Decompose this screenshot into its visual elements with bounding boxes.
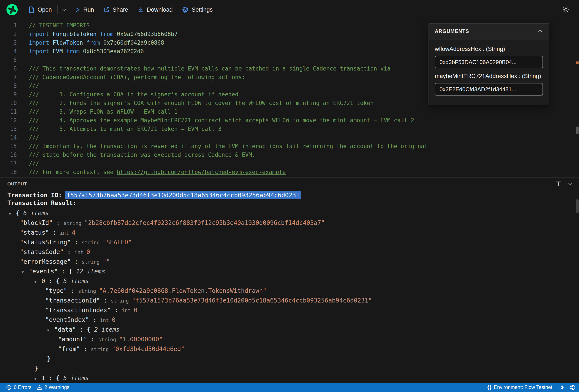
argument-label: maybeMintERC721AddressHex : (String) <box>435 72 543 80</box>
download-button[interactable]: Download <box>134 5 177 15</box>
line-number: 9 <box>0 90 17 99</box>
theme-toggle-button[interactable] <box>559 4 573 15</box>
argument-input[interactable] <box>435 56 543 68</box>
tree-segment-count: 5 items <box>63 375 89 382</box>
output-body: Transaction ID:f557a1573b76aa53e73d46f3e… <box>0 190 579 383</box>
collapse-arrow-icon[interactable]: ▼ <box>34 277 41 287</box>
settings-button[interactable]: Settings <box>178 5 217 15</box>
transaction-id-value[interactable]: f557a1573b76aa53e73d46f3e10d200d5c18a653… <box>65 191 301 199</box>
chevron-down-icon[interactable] <box>567 181 573 187</box>
code-line[interactable]: 11/// 3. Wraps FLOW as WFLOW — EVM call … <box>0 107 579 116</box>
code-text: /// <box>29 159 39 168</box>
editor-scrollbar[interactable] <box>576 19 579 177</box>
warnings-status[interactable]: 2 Warnings <box>34 385 72 390</box>
status-bar: 0 Errors 2 Warnings {} Environment: Flow… <box>0 383 579 392</box>
tree-segment-punct: } <box>34 365 38 372</box>
tree-segment-type: string <box>111 298 132 304</box>
tree-segment-colon: : <box>45 375 56 382</box>
announcement-icon[interactable] <box>559 385 565 390</box>
tree-segment-colon: : <box>49 229 60 236</box>
chevron-down-icon <box>61 7 67 12</box>
line-number: 10 <box>0 99 17 107</box>
errors-status[interactable]: 0 Errors <box>3 385 34 390</box>
tree-segment-num: 0 <box>112 316 116 324</box>
code-line[interactable]: 13/// 5. Attempts to mint an ERC721 toke… <box>0 125 579 133</box>
globe-icon[interactable] <box>569 384 576 391</box>
tree-segment-type: string <box>82 259 103 265</box>
tree-segment-num: 0 <box>86 248 90 256</box>
output-scrollbar-thumb[interactable] <box>576 199 579 213</box>
tree-segment-punct: [ <box>69 268 76 275</box>
tree-segment-key: "events" <box>29 268 58 275</box>
gear-icon <box>182 6 189 13</box>
tree-segment-colon: : <box>100 297 111 304</box>
chevron-up-icon[interactable] <box>537 28 543 35</box>
open-button[interactable]: Open <box>24 4 56 15</box>
code-line[interactable]: 15/// Importantly, the transaction is re… <box>0 142 579 151</box>
code-token: /// <box>29 160 39 167</box>
code-link[interactable]: https://github.com/onflow/batched-evm-ex… <box>117 169 286 175</box>
code-token: /// Importantly, the transaction is reve… <box>29 143 428 149</box>
tree-segment-colon: : <box>76 326 87 333</box>
code-line[interactable]: 16/// state before the transaction was e… <box>0 151 579 159</box>
arguments-body: wflowAddressHex : (String)maybeMintERC72… <box>429 40 549 105</box>
split-editor-icon[interactable] <box>555 181 562 187</box>
code-token: import <box>29 48 53 55</box>
tree-segment-colon: : <box>71 239 82 246</box>
scrollbar-marker <box>576 127 579 134</box>
code-token: 0x8c5303eaa26202d6 <box>83 48 144 55</box>
line-number: 1 <box>0 21 17 30</box>
tree-segment-str: "" <box>103 258 110 265</box>
tree-segment-colon: : <box>64 248 74 256</box>
tree-segment-key: "statusCode" <box>20 248 64 256</box>
output-header-icons <box>555 181 573 187</box>
collapse-arrow-icon[interactable]: ▼ <box>34 374 41 383</box>
code-token: from <box>86 40 103 46</box>
tree-segment-type: int <box>122 308 134 313</box>
line-number: 6 <box>0 64 17 73</box>
share-button[interactable]: Share <box>99 5 133 15</box>
code-token: /// This transaction demonstrates how mu… <box>29 65 391 72</box>
flow-logo-icon <box>6 4 18 15</box>
code-line[interactable]: 18/// For more context, see https://gith… <box>0 168 579 176</box>
output-header: OUTPUT <box>0 178 579 190</box>
line-number: 15 <box>0 142 17 151</box>
code-token: /// 1. Configures a COA in the signer's … <box>29 91 239 98</box>
code-text: /// 2. Funds the signer's COA with enoug… <box>29 99 374 107</box>
code-text: /// CadenceOwnedAccount (COA), performin… <box>29 73 245 81</box>
collapse-arrow-icon[interactable]: ▼ <box>47 326 54 335</box>
collapse-arrow-icon[interactable]: ▼ <box>9 209 16 219</box>
environment-label: Environment: Flow Testnet <box>494 385 552 390</box>
tree-segment-key: "status" <box>20 229 49 236</box>
collapse-arrow-icon[interactable]: ▼ <box>22 267 29 277</box>
transaction-id-label: Transaction ID: <box>7 192 62 199</box>
code-editor[interactable]: 1// TESTNET IMPORTS2import FungibleToken… <box>0 19 579 177</box>
tree-row: } <box>0 364 579 373</box>
open-dropdown-button[interactable] <box>59 5 69 14</box>
code-text: /// <box>29 133 39 142</box>
code-line[interactable]: 14/// <box>0 133 579 142</box>
tree-row: } <box>0 354 579 364</box>
tree-segment-count: 12 items <box>76 268 105 275</box>
arguments-header[interactable]: ARGUMENTS <box>429 23 549 40</box>
run-button[interactable]: Run <box>70 5 98 15</box>
code-line[interactable]: 12/// 4. Approves the example MaybeMintE… <box>0 116 579 125</box>
code-token: FlowToken <box>53 40 86 46</box>
tree-segment-punct: { <box>56 278 63 285</box>
toolbar-divider <box>57 5 58 14</box>
code-line[interactable]: 17/// <box>0 159 579 168</box>
argument-input[interactable] <box>435 83 543 96</box>
tree-segment-punct: { <box>16 210 23 217</box>
download-icon <box>138 7 144 13</box>
code-text: /// This transaction demonstrates how mu… <box>29 64 391 73</box>
tree-segment-key: "errorMessage" <box>20 258 71 265</box>
code-token: import <box>29 31 53 37</box>
code-token: /// <box>29 83 39 89</box>
run-label: Run <box>83 6 94 13</box>
line-number: 13 <box>0 125 17 133</box>
argument-label: wflowAddressHex : (String) <box>435 45 543 53</box>
warning-icon <box>37 385 42 390</box>
environment-status[interactable]: {} Environment: Flow Testnet <box>485 385 555 390</box>
line-number: 12 <box>0 116 17 125</box>
tree-segment-key: "data" <box>54 326 76 333</box>
